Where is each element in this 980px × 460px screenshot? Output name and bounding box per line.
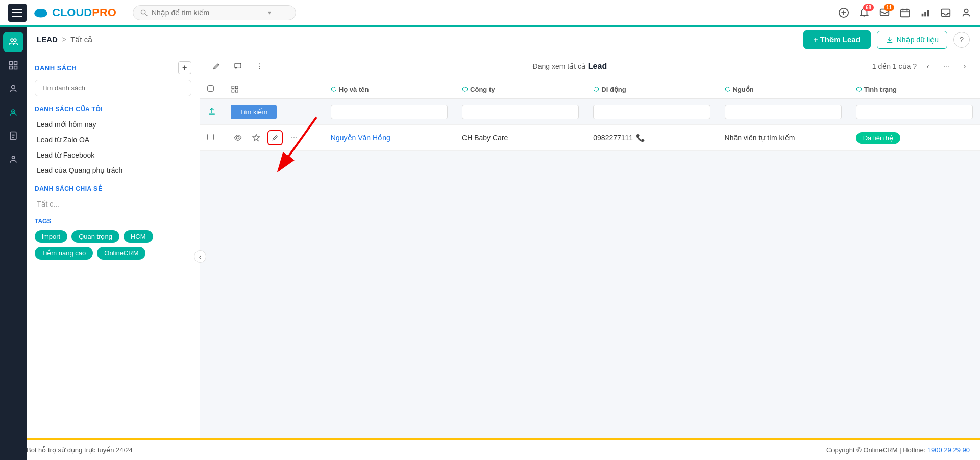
col-phone-header[interactable]: Di động xyxy=(586,80,717,99)
leads-table: Họ và tên Công ty xyxy=(200,80,980,151)
row-view-button[interactable] xyxy=(231,131,245,145)
search-company-input[interactable] xyxy=(462,105,579,119)
row-more-button[interactable] xyxy=(287,131,301,145)
row-phone-cell: 0982277111 📞 xyxy=(586,125,717,151)
tags-label: TAGS xyxy=(35,218,191,225)
lead-source: Nhân viên tự tìm kiếm xyxy=(725,134,795,142)
search-phone-input[interactable]: 0982277111 xyxy=(593,105,710,119)
shared-list-label: DANH SÁCH CHIA SẺ xyxy=(35,185,191,192)
phone-container: 0982277111 📞 xyxy=(593,134,710,142)
breadcrumb: LEAD > Tất cả xyxy=(37,35,92,44)
list-item-facebook[interactable]: Lead từ Facebook xyxy=(35,147,191,163)
add-lead-button[interactable]: + Thêm Lead xyxy=(803,30,871,49)
notifications-button[interactable]: 68 xyxy=(859,7,870,18)
col-name-header[interactable]: Họ và tên xyxy=(324,80,455,99)
svg-point-48 xyxy=(296,137,297,138)
edit-toolbar-button[interactable] xyxy=(208,58,225,74)
tag-import[interactable]: import xyxy=(35,230,67,243)
import-data-button[interactable]: Nhập dữ liệu xyxy=(877,31,947,49)
list-item-shared-1[interactable]: Tất c... xyxy=(35,196,191,212)
row-edit-button[interactable] xyxy=(267,130,283,145)
tag-quan-trong[interactable]: Quan trọng xyxy=(71,230,119,243)
collapse-panel-button[interactable]: ‹ xyxy=(194,250,206,263)
sidebar-icon-people2[interactable] xyxy=(3,149,23,169)
bot-support-text: Bot hỗ trợ sử dụng trực tuyến 24/24 xyxy=(27,446,133,454)
message-badge: 11 xyxy=(884,4,894,11)
row-source-cell: Nhân viên tự tìm kiếm xyxy=(718,125,849,151)
phone-icon[interactable]: 📞 xyxy=(636,134,645,142)
prev-page-button[interactable]: ‹ xyxy=(921,59,935,73)
search-name-input[interactable] xyxy=(331,105,448,119)
footer-left: 💬 Bot hỗ trợ sử dụng trực tuyến 24/24 xyxy=(10,445,133,456)
breadcrumb-current: Tất cả xyxy=(70,35,92,44)
svg-point-25 xyxy=(12,85,15,89)
svg-point-44 xyxy=(236,136,239,139)
more-toolbar-button[interactable] xyxy=(251,58,267,74)
search-phone-input-cell: 0982277111 xyxy=(586,99,717,125)
chart-button[interactable] xyxy=(920,7,931,18)
search-status-input-cell xyxy=(849,99,980,125)
cloud-icon xyxy=(33,5,49,21)
search-bar[interactable]: ▾ xyxy=(133,5,296,20)
row-checkbox-cell xyxy=(200,125,224,151)
user-profile-button[interactable] xyxy=(961,7,972,18)
tag-hcm[interactable]: HCM xyxy=(124,230,153,243)
svg-rect-35 xyxy=(235,63,241,68)
more-options-button[interactable]: ··· xyxy=(939,59,953,73)
search-row-checkbox-cell xyxy=(200,99,224,125)
main-layout: LEAD > Tất cả + Thêm Lead Nhập dữ liệu ?… xyxy=(27,27,980,460)
search-source-input-cell xyxy=(718,99,849,125)
sidebar-icon-person[interactable] xyxy=(3,79,23,99)
select-all-checkbox[interactable] xyxy=(207,85,214,92)
logo-pro-text: PRO xyxy=(92,6,116,19)
lead-name[interactable]: Nguyễn Văn Hồng xyxy=(331,134,390,142)
next-page-button[interactable]: › xyxy=(958,59,972,73)
sidebar-icon-docs[interactable] xyxy=(3,125,23,146)
col-status-header[interactable]: Tình trạng xyxy=(849,80,980,99)
svg-point-3 xyxy=(38,9,43,14)
danh-sach-title: DANH SÁCH + xyxy=(35,61,191,74)
tag-online-crm[interactable]: OnlineCRM xyxy=(97,247,145,260)
col-company-header[interactable]: Công ty xyxy=(455,80,586,99)
search-input[interactable] xyxy=(152,9,264,17)
row-status-cell: Đã liên hệ xyxy=(849,125,980,151)
search-name-input-cell xyxy=(324,99,455,125)
messages-button[interactable]: 11 xyxy=(879,7,890,18)
svg-line-34 xyxy=(218,64,219,65)
list-item-zalo[interactable]: Lead từ Zalo OA xyxy=(35,132,191,147)
search-source-input[interactable] xyxy=(725,105,842,119)
lead-company: CH Baby Care xyxy=(462,134,508,142)
hamburger-menu[interactable] xyxy=(8,4,27,22)
svg-point-18 xyxy=(964,9,968,13)
col-source-header[interactable]: Nguồn xyxy=(718,80,849,99)
inbox-button[interactable] xyxy=(940,7,951,18)
list-item-lead-moi[interactable]: Lead mới hôm nay xyxy=(35,117,191,132)
sidebar-icon-contacts[interactable] xyxy=(3,32,23,52)
tags-container: import Quan trọng HCM Tiềm năng cao Onli… xyxy=(35,230,191,260)
my-list-label: DANH SÁCH CỦA TÔI xyxy=(35,106,191,113)
search-icon xyxy=(140,9,148,16)
add-list-button[interactable]: + xyxy=(178,61,191,74)
search-status-input[interactable] xyxy=(856,105,973,119)
row-star-button[interactable] xyxy=(249,131,263,145)
lead-phone: 0982277111 xyxy=(593,134,633,142)
sidebar-icon-lead[interactable] xyxy=(3,102,23,122)
sidebar-icon-grid[interactable] xyxy=(3,55,23,75)
search-list-input[interactable] xyxy=(35,80,191,96)
calendar-button[interactable] xyxy=(899,7,911,18)
svg-rect-24 xyxy=(14,66,17,69)
copyright-text: Copyright © OnlineCRM | Hotline: xyxy=(826,446,927,454)
list-item-quang[interactable]: Lead của Quang phụ trách xyxy=(35,163,191,178)
add-button[interactable] xyxy=(838,7,849,18)
breadcrumb-lead: LEAD xyxy=(37,35,58,44)
tag-tiem-nang[interactable]: Tiềm năng cao xyxy=(35,247,93,260)
comment-toolbar-button[interactable] xyxy=(230,58,246,74)
help-button[interactable]: ? xyxy=(953,32,970,48)
content-area: DANH SÁCH + DANH SÁCH CỦA TÔI Lead mới h… xyxy=(27,53,980,460)
row-checkbox[interactable] xyxy=(207,134,214,140)
search-button[interactable]: Tìm kiếm xyxy=(231,105,277,119)
svg-line-5 xyxy=(145,14,147,16)
row-name-cell: Nguyễn Văn Hồng xyxy=(324,125,455,151)
table-header-row: Họ và tên Công ty xyxy=(200,80,980,99)
hotline-link[interactable]: 1900 29 29 90 xyxy=(927,446,970,454)
